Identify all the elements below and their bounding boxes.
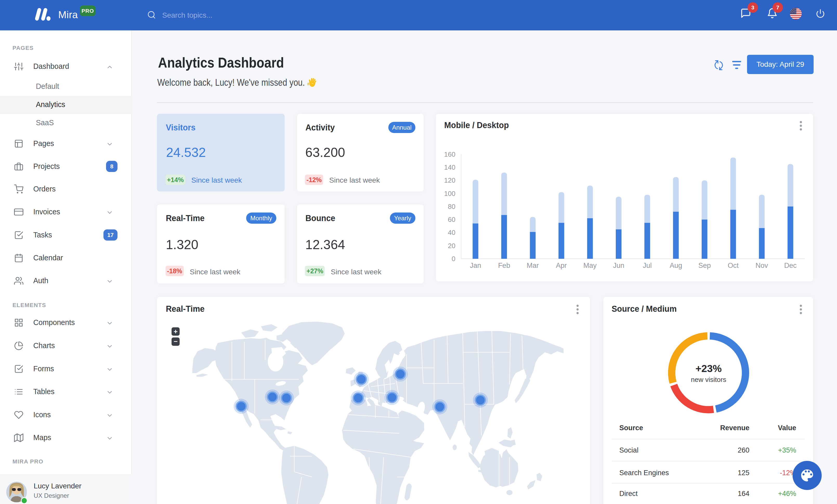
svg-text:Nov: Nov [755, 262, 768, 269]
svg-text:160: 160 [444, 150, 456, 158]
svg-text:Jun: Jun [613, 262, 624, 269]
svg-text:May: May [583, 262, 597, 269]
svg-text:Aug: Aug [670, 262, 682, 269]
svg-text:Apr: Apr [556, 262, 567, 269]
svg-text:Oct: Oct [728, 262, 739, 269]
svg-text:Jul: Jul [643, 262, 652, 269]
svg-text:20: 20 [448, 242, 456, 250]
svg-text:40: 40 [448, 229, 456, 237]
svg-text:Jan: Jan [470, 262, 481, 269]
svg-text:120: 120 [444, 176, 456, 184]
svg-text:Dec: Dec [784, 262, 797, 269]
svg-text:Sep: Sep [698, 262, 711, 269]
svg-text:0: 0 [452, 255, 456, 263]
svg-text:Feb: Feb [498, 262, 510, 269]
svg-text:60: 60 [448, 216, 456, 223]
svg-text:Mar: Mar [527, 262, 539, 269]
svg-text:100: 100 [444, 190, 456, 198]
svg-text:140: 140 [444, 163, 456, 171]
svg-text:80: 80 [448, 203, 456, 210]
